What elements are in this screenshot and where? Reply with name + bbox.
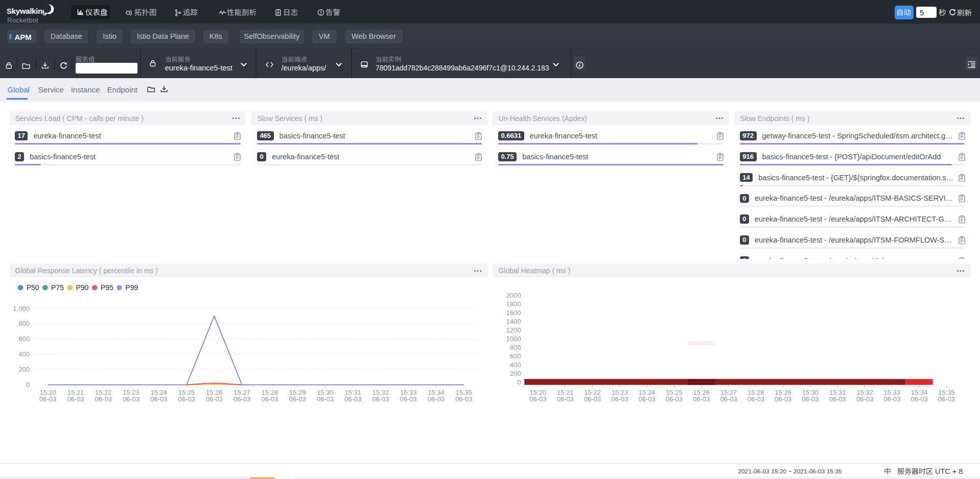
svg-text:1200: 1200 xyxy=(506,326,521,333)
svg-text:06-03: 06-03 xyxy=(530,395,547,401)
svg-text:06-03: 06-03 xyxy=(775,395,791,401)
svg-text:400: 400 xyxy=(18,350,30,358)
svg-text:0: 0 xyxy=(26,381,29,389)
svg-text:800: 800 xyxy=(18,320,30,327)
svg-text:06-03: 06-03 xyxy=(344,395,361,401)
svg-text:06-03: 06-03 xyxy=(802,395,819,401)
svg-text:06-03: 06-03 xyxy=(455,395,472,401)
svg-text:06-03: 06-03 xyxy=(829,395,846,401)
svg-text:06-03: 06-03 xyxy=(122,395,139,401)
svg-text:06-03: 06-03 xyxy=(748,395,764,401)
svg-text:1400: 1400 xyxy=(506,317,521,325)
svg-text:06-03: 06-03 xyxy=(639,395,656,401)
svg-text:P99: P99 xyxy=(125,283,138,292)
svg-text:06-03: 06-03 xyxy=(261,395,278,401)
svg-text:2000: 2000 xyxy=(506,291,521,299)
svg-text:P50: P50 xyxy=(26,283,39,292)
svg-text:06-03: 06-03 xyxy=(720,395,737,401)
svg-text:06-03: 06-03 xyxy=(856,395,873,401)
svg-text:06-03: 06-03 xyxy=(612,395,628,401)
svg-text:06-03: 06-03 xyxy=(205,395,222,401)
svg-text:600: 600 xyxy=(18,335,30,343)
svg-text:200: 200 xyxy=(18,366,30,373)
svg-text:06-03: 06-03 xyxy=(316,395,333,401)
svg-text:06-03: 06-03 xyxy=(938,395,955,401)
svg-text:06-03: 06-03 xyxy=(557,395,574,401)
svg-text:P75: P75 xyxy=(51,283,64,292)
svg-text:06-03: 06-03 xyxy=(372,395,389,401)
svg-text:P95: P95 xyxy=(100,283,113,292)
svg-text:06-03: 06-03 xyxy=(289,395,306,401)
svg-text:06-03: 06-03 xyxy=(911,395,928,401)
svg-text:400: 400 xyxy=(510,361,521,368)
svg-text:800: 800 xyxy=(510,343,521,351)
svg-text:06-03: 06-03 xyxy=(233,395,250,401)
svg-text:06-03: 06-03 xyxy=(95,395,111,401)
svg-text:06-03: 06-03 xyxy=(584,395,601,401)
svg-text:P90: P90 xyxy=(76,283,88,292)
svg-text:06-03: 06-03 xyxy=(693,395,710,401)
svg-text:06-03: 06-03 xyxy=(400,395,416,401)
svg-text:06-03: 06-03 xyxy=(427,395,444,401)
svg-text:1,000: 1,000 xyxy=(13,304,30,312)
svg-text:06-03: 06-03 xyxy=(666,395,683,401)
svg-text:06-03: 06-03 xyxy=(178,395,195,401)
svg-text:06-03: 06-03 xyxy=(67,395,84,401)
svg-text:200: 200 xyxy=(510,369,521,377)
svg-text:1800: 1800 xyxy=(506,300,521,307)
svg-text:0: 0 xyxy=(518,378,521,386)
svg-text:06-03: 06-03 xyxy=(39,395,56,401)
svg-text:06-03: 06-03 xyxy=(884,395,901,401)
svg-text:1000: 1000 xyxy=(506,334,521,342)
svg-text:06-03: 06-03 xyxy=(150,395,167,401)
svg-text:600: 600 xyxy=(510,352,521,360)
svg-text:1600: 1600 xyxy=(506,308,521,316)
